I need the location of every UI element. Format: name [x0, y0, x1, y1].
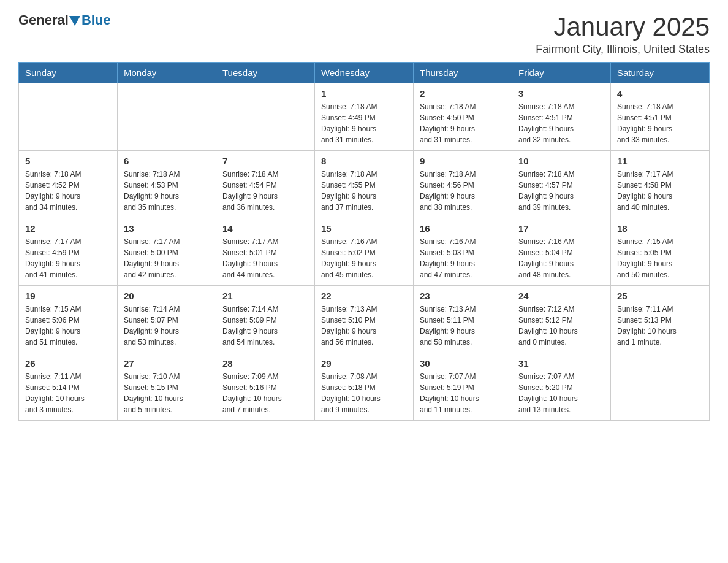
cell-week0-day6: 4Sunrise: 7:18 AMSunset: 4:51 PMDaylight…	[611, 83, 710, 151]
header-friday: Friday	[512, 63, 611, 83]
location-title: Fairmont City, Illinois, United States	[536, 43, 710, 56]
day-info: Sunrise: 7:13 AMSunset: 5:11 PMDaylight:…	[420, 304, 506, 348]
day-number: 30	[420, 358, 506, 369]
day-number: 27	[124, 358, 210, 369]
day-info: Sunrise: 7:14 AMSunset: 5:09 PMDaylight:…	[222, 304, 308, 348]
week-row-3: 19Sunrise: 7:15 AMSunset: 5:06 PMDayligh…	[19, 286, 710, 353]
cell-week1-day3: 8Sunrise: 7:18 AMSunset: 4:55 PMDaylight…	[315, 151, 414, 218]
day-number: 29	[321, 358, 407, 369]
cell-week2-day2: 14Sunrise: 7:17 AMSunset: 5:01 PMDayligh…	[216, 218, 315, 286]
cell-week0-day4: 2Sunrise: 7:18 AMSunset: 4:50 PMDaylight…	[414, 83, 512, 151]
week-row-4: 26Sunrise: 7:11 AMSunset: 5:14 PMDayligh…	[19, 353, 710, 421]
day-info: Sunrise: 7:18 AMSunset: 4:51 PMDaylight:…	[518, 101, 604, 145]
day-info: Sunrise: 7:07 AMSunset: 5:20 PMDaylight:…	[518, 371, 604, 415]
cell-week3-day6: 25Sunrise: 7:11 AMSunset: 5:13 PMDayligh…	[611, 286, 710, 353]
day-info: Sunrise: 7:09 AMSunset: 5:16 PMDaylight:…	[222, 371, 308, 415]
cell-week0-day5: 3Sunrise: 7:18 AMSunset: 4:51 PMDaylight…	[512, 83, 611, 151]
day-number: 26	[25, 358, 111, 369]
day-number: 25	[617, 291, 703, 301]
page-header: General Blue January 2025 Fairmont City,…	[18, 12, 710, 56]
day-info: Sunrise: 7:11 AMSunset: 5:13 PMDaylight:…	[617, 304, 703, 348]
cell-week0-day1	[118, 83, 216, 151]
day-info: Sunrise: 7:16 AMSunset: 5:04 PMDaylight:…	[518, 236, 604, 280]
day-info: Sunrise: 7:18 AMSunset: 4:49 PMDaylight:…	[321, 101, 407, 145]
day-number: 22	[321, 291, 407, 301]
day-info: Sunrise: 7:17 AMSunset: 4:59 PMDaylight:…	[25, 236, 111, 280]
day-number: 10	[518, 156, 604, 166]
logo-general-text: General	[18, 12, 69, 28]
day-number: 13	[124, 223, 210, 234]
header-saturday: Saturday	[611, 63, 710, 83]
cell-week1-day1: 6Sunrise: 7:18 AMSunset: 4:53 PMDaylight…	[118, 151, 216, 218]
day-number: 12	[25, 223, 111, 234]
day-number: 6	[124, 156, 210, 166]
day-info: Sunrise: 7:14 AMSunset: 5:07 PMDaylight:…	[124, 304, 210, 348]
cell-week2-day5: 17Sunrise: 7:16 AMSunset: 5:04 PMDayligh…	[512, 218, 611, 286]
cell-week4-day3: 29Sunrise: 7:08 AMSunset: 5:18 PMDayligh…	[315, 353, 414, 421]
header-wednesday: Wednesday	[315, 63, 414, 83]
day-info: Sunrise: 7:13 AMSunset: 5:10 PMDaylight:…	[321, 304, 407, 348]
day-info: Sunrise: 7:15 AMSunset: 5:06 PMDaylight:…	[25, 304, 111, 348]
cell-week1-day2: 7Sunrise: 7:18 AMSunset: 4:54 PMDaylight…	[216, 151, 315, 218]
day-info: Sunrise: 7:07 AMSunset: 5:19 PMDaylight:…	[420, 371, 506, 415]
day-number: 5	[25, 156, 111, 166]
cell-week4-day0: 26Sunrise: 7:11 AMSunset: 5:14 PMDayligh…	[19, 353, 118, 421]
day-info: Sunrise: 7:08 AMSunset: 5:18 PMDaylight:…	[321, 371, 407, 415]
logo-blue-text: Blue	[82, 12, 111, 28]
day-number: 14	[222, 223, 308, 234]
day-number: 31	[518, 358, 604, 369]
day-number: 16	[420, 223, 506, 234]
title-block: January 2025 Fairmont City, Illinois, Un…	[536, 12, 710, 56]
cell-week3-day2: 21Sunrise: 7:14 AMSunset: 5:09 PMDayligh…	[216, 286, 315, 353]
day-info: Sunrise: 7:17 AMSunset: 5:01 PMDaylight:…	[222, 236, 308, 280]
cell-week3-day0: 19Sunrise: 7:15 AMSunset: 5:06 PMDayligh…	[19, 286, 118, 353]
cell-week0-day2	[216, 83, 315, 151]
header-monday: Monday	[118, 63, 216, 83]
day-number: 9	[420, 156, 506, 166]
day-info: Sunrise: 7:18 AMSunset: 4:57 PMDaylight:…	[518, 169, 604, 213]
day-info: Sunrise: 7:18 AMSunset: 4:55 PMDaylight:…	[321, 169, 407, 213]
day-number: 8	[321, 156, 407, 166]
day-info: Sunrise: 7:16 AMSunset: 5:02 PMDaylight:…	[321, 236, 407, 280]
cell-week3-day3: 22Sunrise: 7:13 AMSunset: 5:10 PMDayligh…	[315, 286, 414, 353]
logo-triangle-icon	[69, 16, 80, 26]
day-info: Sunrise: 7:18 AMSunset: 4:53 PMDaylight:…	[124, 169, 210, 213]
cell-week1-day4: 9Sunrise: 7:18 AMSunset: 4:56 PMDaylight…	[414, 151, 512, 218]
cell-week2-day6: 18Sunrise: 7:15 AMSunset: 5:05 PMDayligh…	[611, 218, 710, 286]
day-number: 1	[321, 88, 407, 99]
week-row-1: 5Sunrise: 7:18 AMSunset: 4:52 PMDaylight…	[19, 151, 710, 218]
cell-week4-day1: 27Sunrise: 7:10 AMSunset: 5:15 PMDayligh…	[118, 353, 216, 421]
header-sunday: Sunday	[19, 63, 118, 83]
calendar-table: Sunday Monday Tuesday Wednesday Thursday…	[18, 62, 710, 421]
day-info: Sunrise: 7:12 AMSunset: 5:12 PMDaylight:…	[518, 304, 604, 348]
month-title: January 2025	[536, 12, 710, 42]
header-tuesday: Tuesday	[216, 63, 315, 83]
day-number: 7	[222, 156, 308, 166]
day-number: 28	[222, 358, 308, 369]
day-info: Sunrise: 7:18 AMSunset: 4:51 PMDaylight:…	[617, 101, 703, 145]
day-number: 17	[518, 223, 604, 234]
cell-week1-day5: 10Sunrise: 7:18 AMSunset: 4:57 PMDayligh…	[512, 151, 611, 218]
day-number: 24	[518, 291, 604, 301]
day-info: Sunrise: 7:18 AMSunset: 4:50 PMDaylight:…	[420, 101, 506, 145]
day-info: Sunrise: 7:10 AMSunset: 5:15 PMDaylight:…	[124, 371, 210, 415]
day-info: Sunrise: 7:17 AMSunset: 4:58 PMDaylight:…	[617, 169, 703, 213]
day-number: 11	[617, 156, 703, 166]
cell-week3-day5: 24Sunrise: 7:12 AMSunset: 5:12 PMDayligh…	[512, 286, 611, 353]
header-thursday: Thursday	[414, 63, 512, 83]
day-info: Sunrise: 7:18 AMSunset: 4:52 PMDaylight:…	[25, 169, 111, 213]
cell-week2-day1: 13Sunrise: 7:17 AMSunset: 5:00 PMDayligh…	[118, 218, 216, 286]
day-info: Sunrise: 7:11 AMSunset: 5:14 PMDaylight:…	[25, 371, 111, 415]
day-info: Sunrise: 7:17 AMSunset: 5:00 PMDaylight:…	[124, 236, 210, 280]
day-number: 18	[617, 223, 703, 234]
week-row-0: 1Sunrise: 7:18 AMSunset: 4:49 PMDaylight…	[19, 83, 710, 151]
day-number: 2	[420, 88, 506, 99]
day-number: 4	[617, 88, 703, 99]
cell-week3-day4: 23Sunrise: 7:13 AMSunset: 5:11 PMDayligh…	[414, 286, 512, 353]
cell-week1-day0: 5Sunrise: 7:18 AMSunset: 4:52 PMDaylight…	[19, 151, 118, 218]
cell-week2-day3: 15Sunrise: 7:16 AMSunset: 5:02 PMDayligh…	[315, 218, 414, 286]
cell-week2-day4: 16Sunrise: 7:16 AMSunset: 5:03 PMDayligh…	[414, 218, 512, 286]
day-number: 15	[321, 223, 407, 234]
cell-week1-day6: 11Sunrise: 7:17 AMSunset: 4:58 PMDayligh…	[611, 151, 710, 218]
logo: General Blue	[18, 12, 111, 28]
